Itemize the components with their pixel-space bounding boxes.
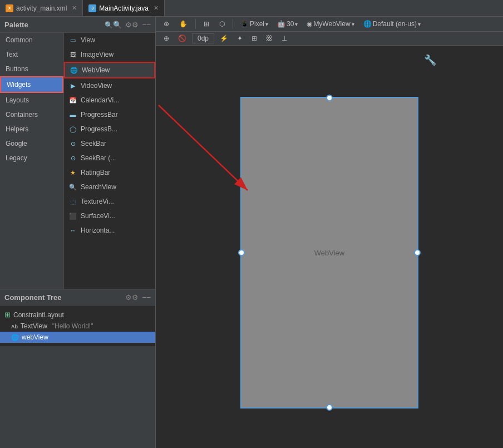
videoview-icon (68, 81, 77, 90)
palette-gear-icon[interactable]: ⚙ (125, 21, 139, 29)
tab-xml-close[interactable]: ✕ (72, 4, 77, 12)
category-legacy[interactable]: Legacy (0, 151, 63, 165)
widget-textureview-label: TextureVi... (81, 198, 114, 205)
seekbar-icon (68, 139, 77, 148)
device-label: Pixel (250, 20, 264, 28)
sub-toolbar: ⊕ 🚫 ⚡ ✦ ⊞ ⛓ ⊥ (156, 32, 503, 46)
seekbar2-icon (68, 154, 77, 163)
widget-webview-label: WebView (82, 66, 110, 74)
widget-horizontalscroll[interactable]: Horizonta... (64, 223, 155, 238)
wrench-icon: 🔧 (424, 55, 436, 66)
widget-horizontalscroll-label: Horizonta... (81, 227, 115, 234)
connect-icon: ⚡ (220, 35, 228, 42)
handle-left[interactable] (238, 249, 245, 256)
widget-searchview[interactable]: SearchView (64, 180, 155, 194)
tab-java-label: MainActivity.java (99, 4, 148, 12)
widget-progressbar[interactable]: ProgressBar (64, 107, 155, 122)
tab-java[interactable]: J MainActivity.java ✕ (83, 0, 164, 16)
ratingbar-icon (68, 168, 77, 177)
tab-xml[interactable]: X activity_main.xml ✕ (0, 0, 83, 16)
align-btn[interactable]: ⊞ (248, 33, 260, 43)
tree-item-constraint[interactable]: ConstraintLayout (0, 309, 155, 321)
category-containers[interactable]: Containers (0, 107, 63, 122)
category-google[interactable]: Google (0, 136, 63, 151)
palette-title: Palette (4, 21, 28, 29)
widget-list: View ImageView WebView VideoView Calenda… (64, 33, 155, 289)
textview-tree-icon (11, 322, 18, 330)
phone-frame: WebView (240, 97, 418, 408)
tree-constraint-label: ConstraintLayout (13, 311, 64, 319)
tree-item-textview[interactable]: TextView "Hello World!" (0, 321, 155, 332)
no-warnings-btn[interactable]: 🚫 (175, 33, 190, 43)
webview-icon (70, 66, 78, 75)
tree-header: Component Tree ⚙ − (0, 289, 155, 306)
tree-minimize-icon[interactable]: − (142, 293, 151, 302)
widget-ratingbar-label: RatingBar (81, 169, 110, 176)
palette-minimize-icon[interactable]: − (142, 20, 151, 29)
handle-right[interactable] (414, 249, 421, 256)
phone-screen[interactable]: WebView (240, 97, 418, 408)
widget-imageview[interactable]: ImageView (64, 47, 155, 62)
tree-gear-icon[interactable]: ⚙ (125, 293, 139, 302)
palette-search-icon[interactable]: 🔍 (105, 21, 122, 29)
widget-view-label: View (81, 36, 95, 44)
category-buttons[interactable]: Buttons (0, 62, 63, 76)
api-dropdown[interactable]: 🤖 30 (274, 19, 300, 29)
widget-webview[interactable]: WebView (64, 62, 155, 78)
widget-searchview-label: SearchView (81, 183, 116, 191)
connect-btn[interactable]: ⚡ (216, 33, 231, 43)
zoom-btn[interactable]: ⊕ (160, 19, 172, 29)
android-icon: 🤖 (277, 20, 285, 28)
no-warnings-icon: 🚫 (178, 35, 186, 42)
widget-seekbar-label: SeekBar (81, 140, 106, 147)
blueprints-btn[interactable]: ⬡ (216, 19, 228, 29)
widget-progressbar2[interactable]: ProgressB... (64, 122, 155, 136)
palette-header: Palette 🔍 ⚙ − (0, 17, 155, 33)
sep2 (233, 19, 233, 29)
handle-top[interactable] (326, 95, 333, 101)
tab-xml-label: activity_main.xml (16, 4, 67, 12)
zoom-in-btn[interactable]: ⊕ (160, 33, 172, 43)
svg-line-1 (159, 105, 248, 190)
searchview-icon (68, 183, 77, 191)
offset-input[interactable] (192, 33, 214, 43)
calendarview-icon (68, 96, 77, 105)
widget-view[interactable]: View (64, 33, 155, 47)
webview-tree-icon (11, 333, 19, 341)
device-dropdown[interactable]: 📱 Pixel (238, 19, 271, 29)
tab-java-close[interactable]: ✕ (154, 4, 159, 12)
handle-bottom[interactable] (326, 404, 333, 411)
webview-canvas-label: WebView (314, 248, 344, 257)
widget-textureview[interactable]: TextureVi... (64, 194, 155, 209)
category-layouts[interactable]: Layouts (0, 93, 63, 107)
widget-surfaceview[interactable]: SurfaceVi... (64, 209, 155, 223)
widget-surfaceview-label: SurfaceVi... (81, 212, 115, 220)
view-icon (68, 36, 77, 45)
api-label: 30 (287, 20, 294, 28)
category-widgets[interactable]: Widgets (0, 76, 63, 93)
canvas-area: ⊕ ✋ ⊞ ⬡ 📱 Pixel 🤖 30 (156, 17, 503, 448)
wrench-btn[interactable]: 🔧 (424, 54, 436, 66)
category-list: Common Text Buttons Widgets Layouts Cont… (0, 33, 64, 289)
category-helpers[interactable]: Helpers (0, 122, 63, 136)
category-text[interactable]: Text (0, 47, 63, 62)
widget-seekbar[interactable]: SeekBar (64, 136, 155, 151)
layers-btn[interactable]: ⊞ (200, 19, 213, 29)
component-tree: Component Tree ⚙ − ConstraintLayout Text… (0, 289, 155, 346)
widget-ratingbar[interactable]: RatingBar (64, 165, 155, 180)
canvas-content: 🔧 WebView (156, 46, 503, 448)
chain-btn[interactable]: ⛓ (263, 33, 276, 43)
component-dropdown[interactable]: ◉ MyWebView (304, 19, 357, 29)
widget-videoview[interactable]: VideoView (64, 78, 155, 93)
magic-btn[interactable]: ✦ (234, 33, 246, 43)
widget-calendarview[interactable]: CalendarVi... (64, 93, 155, 107)
category-common[interactable]: Common (0, 33, 63, 47)
tree-item-webview[interactable]: webView (0, 332, 155, 343)
hand-btn[interactable]: ✋ (176, 19, 191, 29)
baseline-btn[interactable]: ⊥ (278, 33, 290, 43)
locale-dropdown[interactable]: 🌐 Default (en-us) (361, 19, 423, 29)
baseline-icon: ⊥ (282, 35, 287, 42)
widget-seekbar2[interactable]: SeekBar (... (64, 151, 155, 165)
xml-icon: X (6, 4, 13, 12)
chain-icon: ⛓ (266, 35, 273, 42)
